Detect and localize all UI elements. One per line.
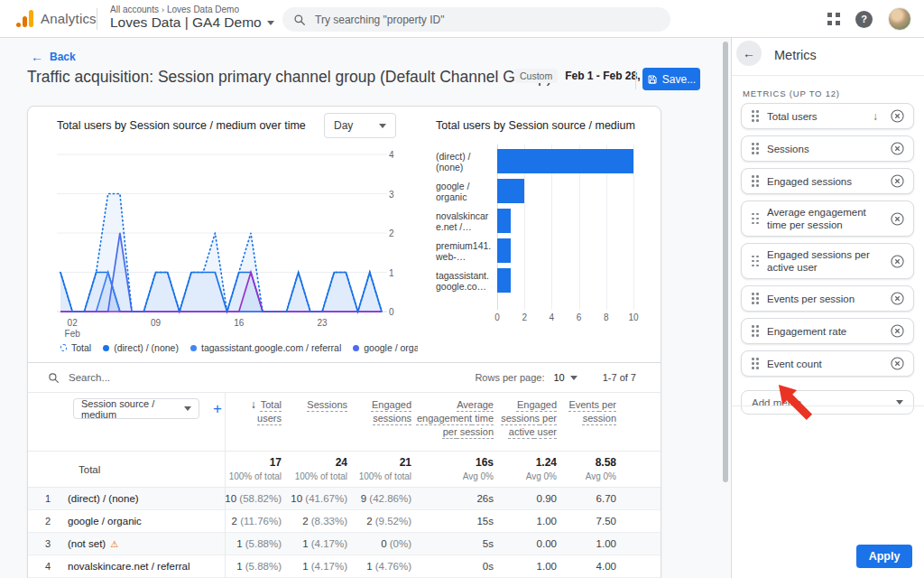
- drag-handle-icon[interactable]: [752, 256, 759, 267]
- totals-value: 16sAvg 0%: [411, 457, 494, 482]
- back-button[interactable]: ← Back: [31, 50, 76, 64]
- bar[interactable]: [497, 238, 511, 263]
- metric-chip[interactable]: Events per session: [741, 285, 914, 312]
- metric-chip[interactable]: Engaged sessions: [741, 168, 914, 194]
- drag-handle-icon[interactable]: [752, 293, 759, 304]
- bar-row: (direct) / (none): [436, 146, 652, 176]
- cell-value: 1 (4.17%): [282, 561, 347, 572]
- panel-back-button[interactable]: ←: [736, 41, 762, 66]
- legend-item[interactable]: tagassistant.google.com / referral: [190, 342, 341, 353]
- metric-chip-list: Total users↓SessionsEngaged sessionsAver…: [741, 103, 914, 415]
- x-tick-label: 09: [141, 318, 170, 329]
- breadcrumb-root[interactable]: All accounts: [110, 5, 159, 14]
- totals-value: 21100% of total: [347, 457, 411, 482]
- drag-handle-icon[interactable]: [752, 325, 759, 337]
- app-header: Analytics All accounts › Loves Data Demo…: [0, 0, 924, 38]
- breadcrumb[interactable]: All accounts › Loves Data Demo: [110, 5, 239, 14]
- bar[interactable]: [497, 268, 511, 293]
- legend-label: google / organic: [364, 342, 418, 353]
- column-header-text: Events: [568, 399, 599, 410]
- global-search-input[interactable]: Try searching "property ID": [282, 7, 670, 32]
- legend-item[interactable]: (direct) / (none): [103, 342, 179, 353]
- drag-handle-icon[interactable]: [752, 358, 759, 369]
- remove-metric-icon[interactable]: [890, 108, 905, 124]
- metric-chip[interactable]: Engagement rate: [741, 318, 914, 344]
- remove-metric-icon[interactable]: [890, 211, 905, 227]
- table-search-input[interactable]: Search...: [28, 372, 110, 384]
- x-tick-label: 6: [577, 312, 582, 322]
- table-row[interactable]: 2google / organic2 (11.76%)2 (8.33%)2 (9…: [28, 510, 661, 533]
- granularity-select[interactable]: Day: [324, 113, 396, 138]
- column-header-text: sessions: [373, 413, 411, 424]
- row-dimension: (not set)⚠: [68, 538, 225, 549]
- bar[interactable]: [497, 179, 524, 203]
- cell-value: 1.00: [557, 538, 616, 549]
- rows-per-page-select[interactable]: 10: [553, 372, 577, 383]
- bar-category-label: premium141.web-hosting.co...: [436, 240, 494, 262]
- cell-value: 1 (5.88%): [225, 561, 282, 572]
- column-header[interactable]: ↓Total users: [225, 398, 282, 425]
- dimension-value: (direct) / (none): [68, 493, 139, 504]
- column-header[interactable]: Engaged sessions: [347, 398, 411, 425]
- totals-value: 17100% of total: [225, 457, 282, 482]
- bar-row: premium141.web-hosting.co...: [436, 236, 652, 266]
- x-tick-label: 0: [494, 312, 500, 322]
- drag-handle-icon[interactable]: [752, 143, 759, 154]
- column-header[interactable]: Engaged sessions per active user: [494, 398, 557, 439]
- drag-handle-icon[interactable]: [752, 213, 759, 225]
- metric-chip[interactable]: Engaged sessions per active user: [741, 243, 914, 279]
- legend-item[interactable]: google / organic: [353, 342, 418, 353]
- line-chart: [57, 145, 387, 315]
- cell-value: 4.00: [557, 561, 616, 572]
- dimension-header: Session source / medium+: [68, 398, 225, 419]
- vertical-scrollbar[interactable]: [723, 42, 728, 482]
- column-header[interactable]: Average engagement time per session: [411, 398, 494, 439]
- row-number: 2: [28, 516, 68, 527]
- metric-chip[interactable]: Average engagement time per session: [741, 200, 914, 237]
- drag-handle-icon[interactable]: [752, 175, 759, 187]
- x-tick-label: 4: [550, 312, 555, 322]
- apps-grid-icon[interactable]: [827, 13, 840, 25]
- page-title: Traffic acquisition: Session primary cha…: [27, 68, 552, 87]
- x-tick-label: 2: [522, 312, 527, 322]
- metric-chip[interactable]: Total users↓: [741, 103, 914, 129]
- legend-dot-icon: [353, 345, 359, 351]
- drag-handle-icon[interactable]: [752, 110, 759, 122]
- remove-metric-icon[interactable]: [890, 141, 905, 156]
- breadcrumb-current[interactable]: Loves Data Demo: [167, 5, 239, 14]
- bar[interactable]: [497, 209, 511, 233]
- totals-value: 1.24Avg 0%: [494, 457, 557, 482]
- dimension-select[interactable]: Session source / medium: [73, 398, 199, 419]
- column-header[interactable]: Sessions: [282, 398, 347, 412]
- y-tick-label: 1: [389, 268, 407, 278]
- property-selector[interactable]: Loves Data | GA4 Demo: [110, 14, 274, 31]
- column-header-text: active: [509, 426, 535, 437]
- x-tick-label: 8: [604, 312, 609, 322]
- row-dimension: novalskincare.net / referral: [68, 561, 225, 572]
- bar-track: [497, 266, 634, 295]
- add-metric-dropdown[interactable]: Add metric: [741, 390, 914, 415]
- cell-value: 2 (8.33%): [282, 516, 347, 527]
- help-icon[interactable]: ?: [855, 11, 873, 28]
- apply-button[interactable]: Apply: [856, 545, 912, 568]
- legend-item[interactable]: Total: [60, 342, 91, 353]
- bar[interactable]: [497, 149, 633, 173]
- table-row[interactable]: 1(direct) / (none)10 (58.82%)10 (41.67%)…: [28, 488, 661, 510]
- remove-metric-icon[interactable]: [890, 356, 905, 371]
- column-header-text: per: [540, 413, 557, 424]
- column-header-text: Sessions: [307, 399, 347, 410]
- remove-metric-icon[interactable]: [890, 323, 905, 339]
- avatar[interactable]: [888, 7, 911, 31]
- save-button[interactable]: Save...: [642, 68, 700, 90]
- metric-chip[interactable]: Sessions: [741, 135, 914, 162]
- metric-chip[interactable]: Event count: [741, 350, 914, 377]
- table-row[interactable]: 3(not set)⚠1 (5.88%)1 (4.17%)0 (0%)5s0.0…: [28, 533, 661, 555]
- add-dimension-button[interactable]: +: [213, 400, 222, 418]
- cell-value: 0.90: [494, 493, 557, 504]
- table-row[interactable]: 4novalskincare.net / referral1 (5.88%)1 …: [28, 555, 661, 578]
- remove-metric-icon[interactable]: [890, 173, 905, 189]
- remove-metric-icon[interactable]: [890, 291, 905, 306]
- remove-metric-icon[interactable]: [890, 254, 905, 269]
- property-name: Loves Data | GA4 Demo: [110, 14, 262, 31]
- column-header[interactable]: Events per session: [557, 398, 616, 425]
